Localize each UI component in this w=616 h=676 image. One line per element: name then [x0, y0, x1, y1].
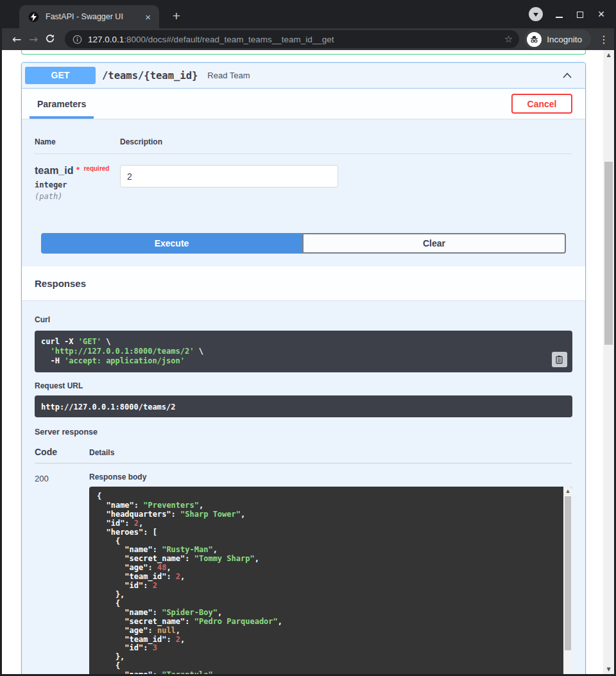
- new-tab-button[interactable]: +: [167, 8, 185, 26]
- window-controls: ×: [529, 0, 606, 28]
- page-scroll-thumb[interactable]: [604, 162, 613, 345]
- close-window-button[interactable]: ×: [596, 8, 606, 21]
- request-url-label: Request URL: [35, 381, 572, 390]
- incognito-icon: [527, 32, 542, 47]
- previous-endpoint-partial: [21, 50, 586, 55]
- response-body-scroll-thumb[interactable]: [565, 496, 571, 650]
- browser-menu-icon[interactable]: ⋮: [599, 33, 608, 46]
- parameter-value-cell: [120, 165, 338, 201]
- column-header-description: Description: [120, 137, 162, 146]
- required-label: required: [83, 165, 109, 172]
- url-path: :8000/docs#/default/read_team_teams__tea…: [124, 35, 334, 44]
- opblock-header[interactable]: GET /teams/{team_id} Read Team: [22, 63, 585, 89]
- endpoint-summary: Read Team: [207, 71, 250, 80]
- reload-icon: [45, 33, 55, 44]
- opblock-get-teams: GET /teams/{team_id} Read Team Parameter…: [21, 62, 586, 674]
- parameter-row-team-id: team_id * required integer (path): [35, 154, 572, 201]
- curl-label: Curl: [35, 315, 572, 324]
- reload-button[interactable]: [42, 32, 58, 46]
- responses-body: Curl curl -X 'GET' \ 'http://127.0.0.1:8…: [22, 301, 585, 674]
- maximize-button[interactable]: [575, 9, 585, 20]
- tab-parameters[interactable]: Parameters: [35, 89, 89, 119]
- curl-command-code: curl -X 'GET' \ 'http://127.0.0.1:8000/t…: [41, 337, 547, 366]
- response-body-label: Response body: [89, 472, 572, 481]
- parameter-name-cell: team_id * required integer (path): [35, 165, 120, 201]
- curl-command-block: curl -X 'GET' \ 'http://127.0.0.1:8000/t…: [35, 331, 572, 372]
- fastapi-favicon-icon: [28, 12, 39, 22]
- parameters-table: Name Description team_id * required inte…: [22, 119, 585, 201]
- browser-tab[interactable]: FastAPI - Swagger UI ×: [19, 5, 159, 28]
- column-header-name: Name: [35, 137, 120, 146]
- parameter-location: (path): [35, 192, 120, 201]
- browser-toolbar: ← → 127.0.0.1:8000/docs#/default/read_te…: [2, 28, 614, 50]
- incognito-label: Incognito: [547, 35, 582, 44]
- column-header-details: Details: [89, 448, 114, 457]
- collapse-chevron-icon[interactable]: [562, 72, 572, 79]
- page-scrollbar[interactable]: ▲ ▼: [603, 50, 614, 674]
- page-scroll-down-icon[interactable]: ▼: [603, 666, 614, 672]
- parameter-type: integer: [35, 180, 120, 189]
- cancel-button[interactable]: Cancel: [511, 94, 572, 114]
- response-body-code: { "name": "Preventers", "headquarters": …: [89, 487, 572, 674]
- parameters-tab-label: Parameters: [37, 99, 86, 109]
- tab-bar: FastAPI - Swagger UI × + ×: [2, 0, 614, 28]
- response-table-header: Code Details: [35, 447, 572, 464]
- clear-button[interactable]: Clear: [302, 233, 566, 254]
- browser-window: FastAPI - Swagger UI × + × ← → 127.0: [0, 0, 616, 676]
- copy-to-clipboard-button[interactable]: [552, 352, 567, 367]
- browser-update-icon[interactable]: [529, 7, 543, 21]
- endpoint-path: /teams/{team_id}: [102, 70, 198, 82]
- execute-button[interactable]: Execute: [41, 233, 302, 254]
- parameters-table-header: Name Description: [35, 132, 572, 154]
- parameter-name: team_id: [35, 165, 73, 176]
- page-scroll-up-icon[interactable]: ▲: [603, 52, 614, 58]
- url-host: 127.0.0.1: [88, 35, 124, 44]
- address-bar[interactable]: 127.0.0.1:8000/docs#/default/read_team_t…: [65, 30, 519, 48]
- response-body-scrollbar[interactable]: ▲: [563, 487, 572, 674]
- response-body-block: { "name": "Preventers", "headquarters": …: [89, 487, 572, 674]
- back-button[interactable]: ←: [8, 33, 25, 46]
- parameters-section-header: Parameters Cancel: [22, 89, 585, 119]
- bookmark-star-icon[interactable]: ☆: [504, 33, 513, 45]
- parameters-tab-underline: [30, 116, 94, 119]
- request-url-value: http://127.0.0.1:8000/teams/2: [41, 403, 176, 412]
- request-url-block: http://127.0.0.1:8000/teams/2: [35, 395, 572, 417]
- tab-title: FastAPI - Swagger UI: [46, 12, 143, 21]
- status-code: 200: [35, 474, 49, 483]
- server-response-label: Server response: [35, 428, 572, 437]
- page-content: GET /teams/{team_id} Read Team Parameter…: [2, 50, 614, 674]
- minimize-button[interactable]: [554, 9, 564, 20]
- site-info-icon[interactable]: [73, 35, 82, 44]
- response-row-200: 200 Response body { "name": "Preventers"…: [35, 464, 572, 674]
- responses-title: Responses: [35, 278, 86, 289]
- clipboard-icon: [556, 355, 564, 364]
- column-header-code: Code: [35, 447, 89, 457]
- team-id-input[interactable]: [120, 165, 338, 187]
- required-asterisk: *: [76, 165, 80, 175]
- forward-button[interactable]: →: [25, 33, 42, 46]
- scroll-up-icon[interactable]: ▲: [563, 487, 572, 496]
- tab-close-icon[interactable]: ×: [143, 12, 153, 22]
- incognito-badge: Incognito: [524, 30, 591, 49]
- method-badge: GET: [25, 67, 96, 84]
- execute-button-row: Execute Clear: [22, 201, 585, 266]
- url-text[interactable]: 127.0.0.1:8000/docs#/default/read_team_t…: [88, 35, 501, 44]
- responses-section-header: Responses: [22, 266, 585, 301]
